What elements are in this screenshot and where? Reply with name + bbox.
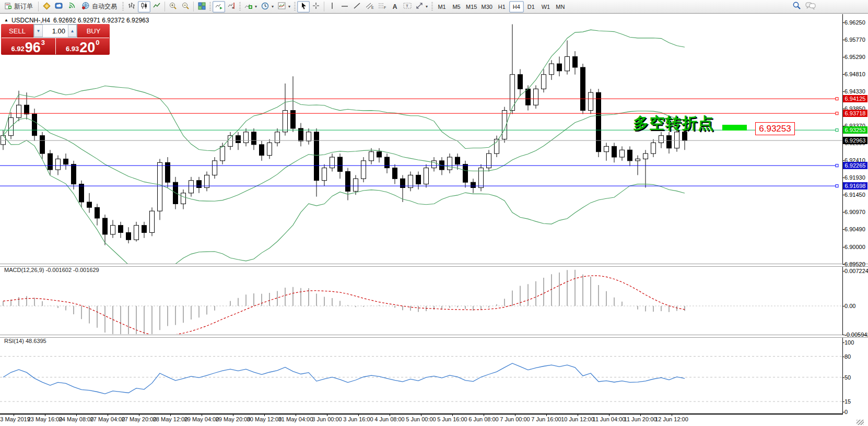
sell-button[interactable]: SELL — [1, 24, 33, 38]
price-marker-label: 6.93253 — [843, 126, 867, 134]
price-marker-label: 6.92265 — [843, 162, 867, 169]
rsi-tick-label: 80 — [844, 353, 851, 360]
price-marker-label: 6.94125 — [843, 95, 867, 102]
price-marker-label: 6.92963 — [843, 137, 867, 144]
time-axis-label: 7 Jun 00:00 — [500, 416, 530, 422]
macd-tick-label: -0.005942 — [844, 332, 868, 338]
time-axis-label: 29 May 20:00 — [216, 416, 251, 422]
price-tick-label: 6.95290 — [844, 54, 865, 60]
time-axis-label: 11 Jun 04:00 — [593, 416, 626, 422]
sell-price-prefix: 6.92 — [11, 45, 24, 53]
price-tick-label: 6.90490 — [844, 226, 865, 232]
buy-price-prefix: 6.93 — [66, 45, 79, 53]
price-tick-label: 6.90970 — [844, 209, 865, 215]
pane-splitter-macd[interactable] — [0, 264, 868, 267]
trade-panel-toggle-icon[interactable]: ▲ — [4, 17, 8, 23]
macd-name: MACD(12,26,9) — [4, 267, 44, 273]
time-axis-label: 28 May 12:00 — [153, 416, 188, 422]
volume-decrease-button[interactable]: ▼ — [34, 25, 43, 37]
sell-price-big: 96 — [25, 41, 41, 54]
time-axis-label: 10 Jun 12:00 — [561, 416, 594, 422]
rsi-tick-label: 15 — [844, 398, 851, 405]
trend-annotation-text[interactable]: 多空转折点 — [633, 113, 714, 134]
time-axis-label: 23 May 16:00 — [28, 416, 63, 422]
rsi-name: RSI(14) — [4, 338, 24, 344]
macd-value-signal: -0.001629 — [73, 267, 99, 273]
time-axis-label: 31 May 04:00 — [278, 416, 313, 422]
macd-tick-label: 0.007224 — [844, 268, 868, 274]
time-axis-label: 5 Jun 16:00 — [437, 416, 467, 422]
price-tick-label: 6.96250 — [844, 19, 865, 26]
time-axis-label: 12 Jun 12:00 — [655, 416, 688, 422]
price-tick-label: 6.91930 — [844, 174, 865, 181]
time-axis-line — [0, 413, 843, 415]
volume-increase-button[interactable]: ▲ — [68, 25, 77, 37]
rsi-tick-label: 50 — [844, 374, 851, 381]
time-axis-label: 23 May 2019 — [0, 416, 30, 422]
time-axis-label: 6 Jun 08:00 — [468, 416, 499, 422]
price-tick-label: 6.89520 — [844, 261, 865, 267]
price-callout-box[interactable]: 6.93253 — [755, 122, 795, 135]
time-axis-label: 5 Jun 00:00 — [406, 416, 436, 422]
sell-price-display[interactable]: 6.92 96 3 — [1, 38, 55, 55]
rsi-label: RSI(14) 48.6395 — [4, 338, 46, 344]
price-tick-label: 6.90000 — [844, 244, 865, 250]
volume-box: ▼ ▲ — [33, 24, 77, 38]
price-tick-label: 6.91450 — [844, 192, 865, 198]
buy-price-sup: 0 — [96, 39, 99, 46]
price-pane-layer — [1, 24, 687, 271]
time-axis-label: 30 May 12:00 — [247, 416, 282, 422]
highlight-rectangle[interactable] — [722, 125, 747, 131]
rsi-tick-label: 0 — [844, 409, 848, 415]
ohlc-quotes-label: 6.92692 6.92971 6.92372 6.92963 — [53, 17, 149, 24]
price-tick-label: 6.94330 — [844, 88, 865, 94]
terminal-window: 新订单 自动交易 — [0, 0, 868, 426]
time-axis-label: 29 May 04:00 — [184, 416, 219, 422]
chart-canvas[interactable] — [0, 0, 868, 426]
price-tick-label: 6.94810 — [844, 71, 865, 77]
rsi-tick-label: 100 — [844, 339, 854, 346]
macd-label: MACD(12,26,9) -0.001602 -0.001629 — [4, 267, 99, 273]
time-axis-label: 4 Jun 08:00 — [374, 416, 405, 422]
volume-input[interactable] — [43, 25, 68, 37]
time-axis-label: 7 Jun 16:00 — [531, 416, 561, 422]
resize-grip[interactable] — [857, 420, 864, 425]
time-axis-label: 24 May 08:00 — [59, 416, 94, 422]
price-marker-label: 6.91698 — [843, 182, 867, 190]
rsi-value: 48.6395 — [26, 338, 46, 344]
one-click-trade-panel: SELL ▼ ▲ BUY 6.92 96 3 6.93 20 0 — [1, 24, 110, 55]
macd-pane-layer — [0, 270, 842, 340]
time-axis-label: 27 May 04:00 — [90, 416, 125, 422]
time-axis-label: 11 Jun 20:00 — [624, 416, 657, 422]
price-marker-label: 6.93718 — [843, 110, 867, 117]
sell-price-sup: 3 — [41, 39, 45, 46]
chart-title: ▲ USDCNH-,H4 6.92692 6.92971 6.92372 6.9… — [4, 17, 149, 24]
symbol-period-label: USDCNH-,H4 — [11, 17, 50, 24]
macd-tick-label: 0.00 — [844, 303, 855, 309]
rsi-pane-layer — [0, 357, 842, 401]
buy-price-display[interactable]: 6.93 20 0 — [56, 38, 110, 55]
macd-value-main: -0.001602 — [45, 267, 72, 273]
buy-price-big: 20 — [79, 41, 95, 54]
time-axis-label: 3 Jun 00:00 — [312, 416, 342, 422]
pane-splitter-rsi[interactable] — [0, 335, 868, 338]
buy-button[interactable]: BUY — [77, 24, 110, 38]
price-tick-label: 6.95770 — [844, 37, 865, 43]
time-axis-label: 27 May 20:00 — [122, 416, 157, 422]
time-axis-label: 3 Jun 16:00 — [343, 416, 373, 422]
